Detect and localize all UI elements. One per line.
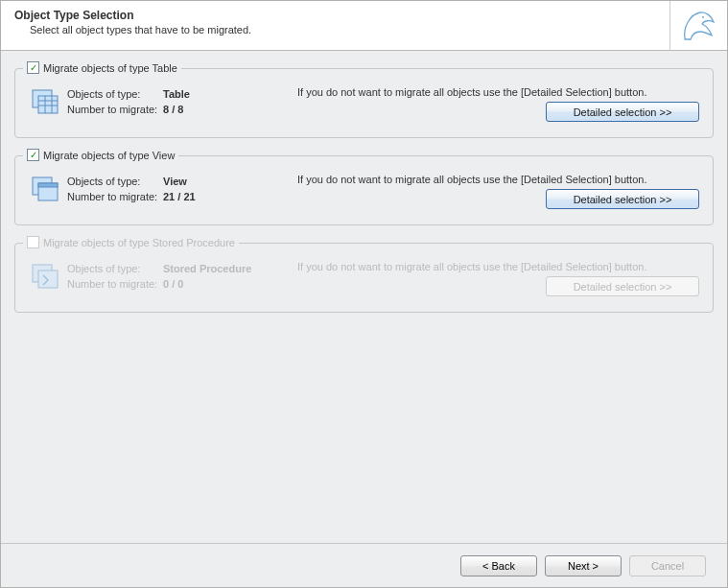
group-sp-legend-text: Migrate objects of type Stored Procedure bbox=[43, 237, 235, 248]
number-to-migrate-label: Number to migrate: bbox=[67, 189, 163, 204]
group-view-checkbox[interactable]: ✓ bbox=[27, 149, 39, 161]
group-view: ✓ Migrate objects of type View Objects o… bbox=[14, 155, 714, 225]
group-table-type: Table bbox=[163, 86, 190, 102]
group-table-checkbox[interactable]: ✓ bbox=[27, 61, 39, 74]
group-sp-checkbox bbox=[27, 236, 39, 248]
group-sp-legend: Migrate objects of type Stored Procedure bbox=[23, 236, 239, 248]
stored-procedure-icon bbox=[29, 261, 61, 294]
back-button[interactable]: < Back bbox=[460, 555, 537, 576]
number-to-migrate-label: Number to migrate: bbox=[67, 276, 163, 292]
cancel-button: Cancel bbox=[629, 555, 706, 576]
group-view-type: View bbox=[163, 174, 187, 189]
group-view-legend: ✓ Migrate objects of type View bbox=[23, 149, 178, 161]
group-view-hint: If you do not want to migrate all object… bbox=[297, 174, 699, 185]
view-icon bbox=[29, 174, 61, 206]
svg-point-0 bbox=[702, 16, 704, 18]
mysql-dolphin-logo bbox=[669, 1, 727, 51]
group-view-count: 21 / 21 bbox=[163, 189, 196, 204]
group-table-detail-button[interactable]: Detailed selection >> bbox=[546, 102, 699, 122]
group-sp-hint: If you do not want to migrate all object… bbox=[297, 261, 699, 272]
wizard-header: Object Type Selection Select all object … bbox=[1, 1, 727, 51]
page-subtitle: Select all object types that have to be … bbox=[30, 24, 714, 35]
content-area: ✓ Migrate objects of type Table Objects … bbox=[1, 51, 727, 313]
group-sp-type: Stored Procedure bbox=[163, 261, 251, 276]
group-table-hint: If you do not want to migrate all object… bbox=[297, 86, 699, 98]
table-icon bbox=[29, 86, 61, 119]
group-sp-detail-button: Detailed selection >> bbox=[546, 276, 699, 296]
group-table: ✓ Migrate objects of type Table Objects … bbox=[14, 68, 714, 138]
svg-rect-2 bbox=[38, 96, 58, 113]
group-table-legend-text: Migrate objects of type Table bbox=[43, 62, 177, 74]
page-title: Object Type Selection bbox=[14, 9, 714, 22]
svg-rect-9 bbox=[38, 183, 58, 187]
group-stored-procedure: Migrate objects of type Stored Procedure… bbox=[14, 243, 714, 313]
group-sp-count: 0 / 0 bbox=[163, 276, 183, 292]
group-table-legend: ✓ Migrate objects of type Table bbox=[23, 61, 181, 74]
objects-of-type-label: Objects of type: bbox=[67, 174, 163, 189]
objects-of-type-label: Objects of type: bbox=[67, 86, 163, 102]
group-view-legend-text: Migrate objects of type View bbox=[43, 150, 175, 161]
group-view-detail-button[interactable]: Detailed selection >> bbox=[546, 189, 699, 209]
group-table-count: 8 / 8 bbox=[163, 102, 183, 117]
wizard-footer: < Back Next > Cancel bbox=[1, 543, 727, 587]
number-to-migrate-label: Number to migrate: bbox=[67, 102, 163, 117]
next-button[interactable]: Next > bbox=[545, 555, 622, 576]
objects-of-type-label: Objects of type: bbox=[67, 261, 163, 276]
